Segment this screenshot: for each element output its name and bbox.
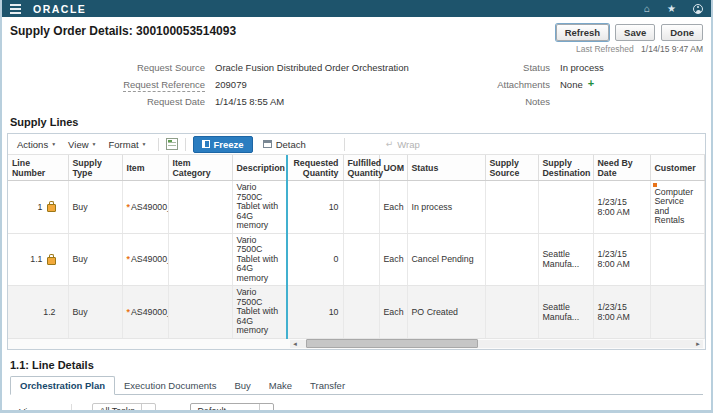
cell-supply-destination [538,181,593,234]
detach-button[interactable]: Detach [257,137,312,152]
lock-icon [47,204,56,212]
view-menu[interactable]: View▼ [64,139,100,150]
required-icon: * [127,202,130,212]
line-number: 1.1 [30,254,42,264]
required-icon: * [127,254,130,264]
detach-icon [263,140,272,148]
supply-lines-toolbar: Actions▼ View▼ Format▼ Freeze Detach ↵Wr… [8,134,705,155]
col-fulfilled-quantity[interactable]: Fulfilled Quantity [343,155,379,181]
cell-fulfilled-quantity [343,181,379,234]
wrap-icon: ↵ [386,140,394,149]
page-title: Supply Order Details: 300100053514093 [10,24,236,38]
cell-line: 1.2 [8,286,68,339]
freeze-button[interactable]: Freeze [193,136,253,153]
zoom-level-select[interactable]: Default▼ [190,403,274,413]
cell-item: *AS49000_... [122,181,168,234]
last-refreshed: Last Refreshed 1/14/15 9:47 AM [2,41,711,54]
col-supply-source[interactable]: Supply Source [485,155,538,181]
chevron-down-icon: ▼ [92,141,97,147]
cell-description: Vario 7500C Tablet with 64G memory [232,286,287,339]
col-uom[interactable]: UOM [379,155,407,181]
tab-execution-documents[interactable]: Execution Documents [115,377,225,394]
attachments-value: None [560,79,583,90]
home-icon[interactable]: ⌂ [644,4,650,14]
cell-supply-type: Buy [68,233,122,286]
navigator-menu-icon[interactable] [10,4,21,14]
cell-status: Cancel Pending [407,233,485,286]
tab-orchestration-plan[interactable]: Orchestration Plan [10,376,115,395]
refresh-button[interactable]: Refresh [556,24,609,41]
favorites-star-icon[interactable]: ★ [667,4,676,14]
user-icon[interactable] [693,4,703,14]
tasks-filter-select[interactable]: All Tasks▼ [92,403,156,413]
done-button[interactable]: Done [661,24,703,41]
col-requested-quantity[interactable]: Requested Quantity [287,155,343,181]
cell-status: In process [407,181,485,234]
col-need-by-date[interactable]: Need By Date [593,155,650,181]
orchestration-controls: View▼ All Tasks▼ Default▼ [15,403,711,413]
col-line-number[interactable]: Line Number [8,155,68,181]
col-supply-type[interactable]: Supply Type [68,155,122,181]
col-supply-destination[interactable]: Supply Destination [538,155,593,181]
save-button[interactable]: Save [615,24,655,41]
scroll-left-icon[interactable]: ◄ [290,340,300,348]
cell-supply-destination: Seattle Manufa... [538,286,593,339]
cell-line: 1 [8,181,68,234]
col-item-category[interactable]: Item Category [168,155,232,181]
table-row[interactable]: 1.1Buy*AS49000_...Vario 7500C Tablet wit… [8,233,705,286]
cell-supply-type: Buy [68,181,122,234]
cell-item-category [168,286,232,339]
cell-supply-destination: Seattle Manufa... [538,233,593,286]
request-date-value: 1/14/15 8:55 AM [215,96,284,107]
cell-fulfilled-quantity [343,233,379,286]
order-summary: Request Source Oracle Fusion Distributed… [2,54,711,107]
cell-description: Vario 7500C Tablet with 64G memory [232,233,287,286]
last-refreshed-label: Last Refreshed [576,44,634,54]
notes-label: Notes [450,96,550,107]
actions-menu[interactable]: Actions▼ [13,139,60,150]
col-customer[interactable]: Customer [650,155,705,181]
table-row[interactable]: 1.2Buy*AS49000_...Vario 7500C Tablet wit… [8,286,705,339]
tab-make[interactable]: Make [260,377,301,394]
cell-description: Vario 7500C Tablet with 64G memory [232,181,287,234]
cell-requested-quantity: 10 [287,181,343,234]
col-status[interactable]: Status [407,155,485,181]
cell-supply-source [485,286,538,339]
cell-line: 1.1 [8,233,68,286]
cell-item: *AS49000_... [122,286,168,339]
tab-transfer[interactable]: Transfer [301,377,354,394]
cell-need-by-date: 1/23/15 8:00 AM [593,181,650,234]
status-label: Status [450,62,550,73]
request-source-value: Oracle Fusion Distributed Order Orchestr… [215,62,409,73]
customer-text: Computer Service and Rentals [655,187,694,226]
cell-uom: Each [379,233,407,286]
wrap-button[interactable]: ↵Wrap [380,137,426,152]
cell-requested-quantity: 10 [287,286,343,339]
table-row[interactable]: 1Buy*AS49000_...Vario 7500C Tablet with … [8,181,705,234]
request-source-label: Request Source [10,62,205,73]
format-menu[interactable]: Format▼ [104,139,150,150]
tab-buy[interactable]: Buy [225,377,259,394]
cell-item-category [168,233,232,286]
line-number: 1 [38,202,43,212]
cell-customer [650,286,705,339]
export-to-excel-icon[interactable] [166,138,178,150]
attachments-label: Attachments [450,79,550,90]
supply-lines-title: Supply Lines [2,107,711,128]
col-description[interactable]: Description [232,155,287,181]
cell-uom: Each [379,286,407,339]
scroll-right-icon[interactable]: ► [693,340,703,348]
gantt-view-menu[interactable]: View▼ [15,406,51,413]
col-item[interactable]: Item [122,155,168,181]
changed-indicator-icon [653,183,657,187]
request-reference-label: Request Reference [123,79,205,92]
cell-fulfilled-quantity [343,286,379,339]
lock-icon [47,257,56,265]
freeze-icon [202,140,210,148]
cell-item: *AS49000_... [122,233,168,286]
horizontal-scrollbar[interactable]: ◄ ► [290,340,703,348]
scrollbar-thumb[interactable] [306,339,478,348]
supply-lines-body: 1Buy*AS49000_...Vario 7500C Tablet with … [8,181,705,339]
chevron-down-icon: ▼ [142,141,147,147]
add-attachment-icon[interactable]: + [588,79,594,88]
